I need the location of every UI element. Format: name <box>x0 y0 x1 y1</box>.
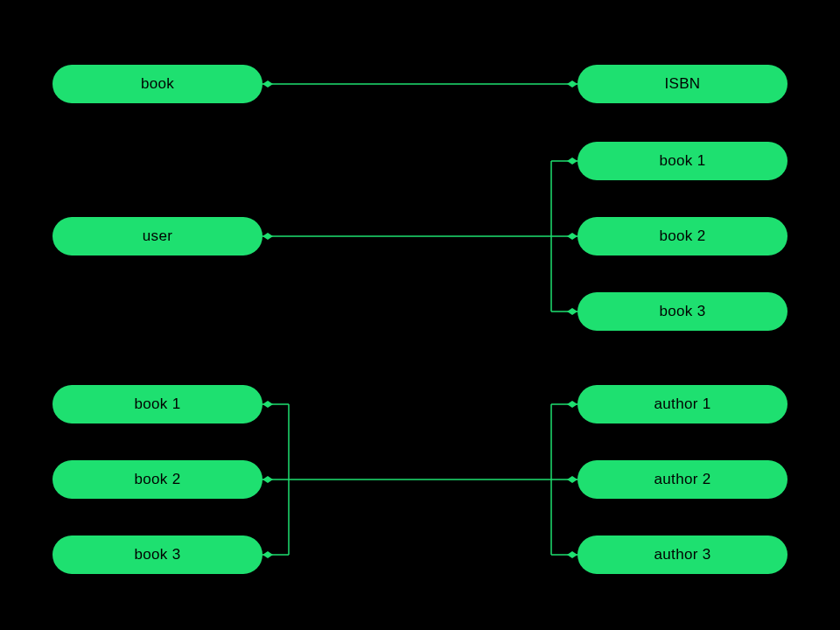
svg-marker-26 <box>567 551 578 558</box>
node-label: book 1 <box>135 396 181 413</box>
svg-marker-7 <box>567 158 578 164</box>
svg-marker-16 <box>262 401 273 408</box>
node-label: book 2 <box>135 471 181 488</box>
node-label: book 3 <box>660 303 706 320</box>
node-book-1-left: book 1 <box>52 385 262 424</box>
node-author-1: author 1 <box>578 385 788 424</box>
node-book-2-left: book 2 <box>52 460 262 499</box>
svg-marker-20 <box>262 551 273 558</box>
svg-marker-9 <box>567 233 578 240</box>
svg-marker-22 <box>567 401 578 408</box>
node-label: user <box>143 228 172 245</box>
node-book-3-left: book 3 <box>52 536 262 574</box>
node-label: author 2 <box>654 471 711 488</box>
svg-marker-1 <box>262 80 273 88</box>
node-author-3: author 3 <box>578 536 788 574</box>
node-label: book 1 <box>660 152 706 170</box>
node-label: author 1 <box>654 396 711 413</box>
node-user: user <box>52 217 262 256</box>
svg-marker-4 <box>262 233 273 240</box>
node-isbn: ISBN <box>578 65 788 103</box>
svg-marker-2 <box>567 80 578 88</box>
svg-marker-24 <box>567 476 578 483</box>
node-book: book <box>52 65 262 103</box>
node-author-2: author 2 <box>578 460 788 499</box>
node-label: ISBN <box>665 75 701 93</box>
node-book-3: book 3 <box>578 292 788 331</box>
node-label: book <box>141 75 174 93</box>
svg-marker-11 <box>567 308 578 315</box>
node-label: book 2 <box>660 228 706 245</box>
node-book-1: book 1 <box>578 142 788 180</box>
node-label: book 3 <box>135 546 181 564</box>
node-book-2: book 2 <box>578 217 788 256</box>
node-label: author 3 <box>654 546 711 564</box>
svg-marker-18 <box>262 476 273 483</box>
